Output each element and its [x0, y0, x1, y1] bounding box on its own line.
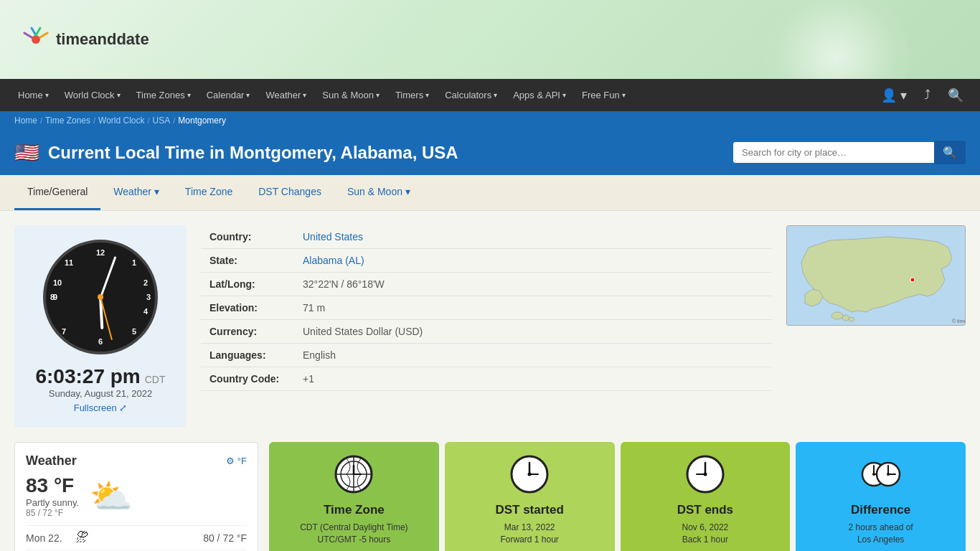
nav-world-clock[interactable]: World Clock ▾ — [57, 87, 128, 103]
forecast-range-mon: 80 / 72 °F — [203, 532, 247, 544]
table-row: Elevation: 71 m — [201, 296, 772, 320]
navbar-right: 👤 ▾ ⤴ 🔍 — [875, 85, 969, 106]
breadcrumb-worldclock[interactable]: World Clock — [98, 116, 144, 126]
weather-temp: 83 °F — [26, 474, 79, 497]
clock-num-9: 9 — [53, 293, 57, 301]
weather-title: Weather — [26, 453, 77, 468]
table-row: Languages: English — [201, 344, 772, 367]
card-dst-started-sub1: Mar 13, 2022 — [453, 522, 606, 534]
label-countrycode: Country Code: — [201, 367, 294, 391]
svg-text:© timeanddate.com: © timeanddate.com — [952, 319, 966, 324]
weather-icon-partly-sunny: ⛅ — [90, 476, 133, 517]
nav-sun-moon[interactable]: Sun & Moon ▾ — [315, 87, 387, 103]
info-cards: Time Zone CDT (Central Daylight Time) UT… — [269, 442, 966, 551]
weather-widget: Weather ⚙ °F 83 °F Partly sunny. 85 / 72… — [14, 442, 258, 551]
clock-num-3: 3 — [146, 293, 151, 301]
table-row: Currency: United States Dollar (USD) — [201, 320, 772, 344]
clock-num-11: 11 — [65, 258, 73, 267]
tab-time-general[interactable]: Time/General — [14, 175, 100, 210]
table-row: Country: United States — [201, 225, 772, 249]
svg-point-9 — [910, 278, 915, 282]
clock-minute-hand — [100, 256, 116, 297]
nav-calculators[interactable]: Calculators ▾ — [438, 87, 504, 103]
search-button[interactable]: 🔍 — [934, 141, 966, 164]
svg-point-32 — [887, 473, 890, 476]
value-country[interactable]: United States — [303, 231, 363, 242]
label-currency: Currency: — [201, 320, 294, 344]
breadcrumb-current: Montgomery — [178, 116, 226, 126]
card-timezone[interactable]: Time Zone CDT (Central Daylight Time) UT… — [269, 442, 439, 551]
weather-unit-toggle[interactable]: ⚙ °F — [226, 456, 247, 466]
nav-weather[interactable]: Weather ▾ — [258, 87, 314, 103]
page-header: 🇺🇸 Current Local Time in Montgomery, Ala… — [0, 130, 980, 175]
weather-header: Weather ⚙ °F — [26, 453, 247, 468]
clock-num-5: 5 — [132, 327, 136, 336]
search-input[interactable] — [733, 142, 934, 163]
timezone-label: CDT — [145, 374, 166, 385]
value-state[interactable]: Alabama (AL) — [303, 255, 364, 266]
nav-calendar[interactable]: Calendar ▾ — [199, 87, 258, 103]
fullscreen-link[interactable]: Fullscreen ⤢ — [29, 402, 172, 413]
label-country: Country: — [201, 225, 294, 249]
date-label: Sunday, August 21, 2022 — [29, 388, 172, 399]
account-icon[interactable]: 👤 ▾ — [875, 85, 913, 106]
difference-icon — [859, 453, 903, 496]
clock-num-1: 1 — [132, 258, 136, 267]
table-row: State: Alabama (AL) — [201, 249, 772, 273]
breadcrumb-home[interactable]: Home — [14, 116, 37, 126]
sub-tabs: Time/General Weather ▾ Time Zone DST Cha… — [0, 175, 980, 211]
nav-home[interactable]: Home ▾ — [11, 87, 56, 103]
weather-desc: Partly sunny. — [26, 497, 79, 508]
card-dst-ends[interactable]: DST ends Nov 6, 2022 Back 1 hour — [621, 442, 791, 551]
card-timezone-title: Time Zone — [278, 503, 430, 517]
card-dst-ends-sub1: Nov 6, 2022 — [629, 522, 782, 534]
forecast-row-mon: Mon 22. ⛈ 80 / 72 °F — [26, 526, 247, 550]
page-title: Current Local Time in Montgomery, Alabam… — [48, 143, 458, 163]
card-dst-started-sub2: Forward 1 hour — [453, 534, 606, 546]
card-dst-ends-sub2: Back 1 hour — [629, 534, 782, 546]
tab-dst-changes[interactable]: DST Changes — [245, 175, 334, 210]
card-timezone-sub2: UTC/GMT -5 hours — [278, 534, 430, 546]
search-icon[interactable]: 🔍 — [942, 85, 969, 106]
share-icon[interactable]: ⤴ — [918, 85, 936, 105]
map-section: © timeanddate.com — [786, 225, 966, 326]
card-difference-sub1: 2 hours ahead of — [804, 522, 957, 534]
usa-map[interactable]: © timeanddate.com — [786, 225, 966, 326]
card-dst-started[interactable]: DST started Mar 13, 2022 Forward 1 hour — [445, 442, 615, 551]
value-languages: English — [294, 344, 772, 367]
svg-point-7 — [842, 315, 849, 321]
label-latlong: Lat/Long: — [201, 273, 294, 296]
nav-free-fun[interactable]: Free Fun ▾ — [575, 87, 633, 103]
tab-timezone[interactable]: Time Zone — [172, 175, 245, 210]
card-difference[interactable]: Difference 2 hours ahead of Los Angeles — [796, 442, 966, 551]
nav-time-zones[interactable]: Time Zones ▾ — [129, 87, 198, 103]
table-row: Lat/Long: 32°22'N / 86°18'W — [201, 273, 772, 296]
breadcrumb: Home / Time Zones / World Clock / USA / … — [0, 111, 980, 130]
nav-apps-api[interactable]: Apps & API ▾ — [506, 87, 573, 103]
logo-icon — [22, 25, 50, 54]
digital-time: 6:03:27 pm — [35, 365, 140, 388]
clock-forward-icon — [508, 453, 551, 496]
country-flag: 🇺🇸 — [14, 141, 39, 164]
clock-back-icon — [684, 453, 727, 496]
tab-weather[interactable]: Weather ▾ — [100, 175, 172, 210]
globe-clock-icon — [332, 453, 375, 496]
svg-point-28 — [872, 473, 875, 476]
logo[interactable]: timeanddate — [22, 25, 149, 54]
nav-timers[interactable]: Timers ▾ — [388, 87, 436, 103]
value-countrycode: +1 — [294, 367, 772, 391]
clock-num-10: 10 — [53, 278, 62, 287]
card-timezone-sub1: CDT (Central Daylight Time) — [278, 522, 430, 534]
card-difference-title: Difference — [804, 503, 957, 517]
logo-text: timeanddate — [56, 30, 149, 49]
forecast-icon-mon: ⛈ — [76, 530, 105, 545]
weather-current: 83 °F Partly sunny. 85 / 72 °F ⛅ — [26, 474, 247, 518]
breadcrumb-usa[interactable]: USA — [153, 116, 171, 126]
value-latlong: 32°22'N / 86°18'W — [294, 273, 772, 296]
search-box: 🔍 — [733, 141, 966, 164]
svg-point-0 — [32, 35, 40, 44]
svg-point-24 — [703, 473, 707, 476]
breadcrumb-timezones[interactable]: Time Zones — [45, 116, 90, 126]
dst-ends-icon — [684, 453, 727, 496]
tab-sun-moon[interactable]: Sun & Moon ▾ — [334, 175, 423, 210]
